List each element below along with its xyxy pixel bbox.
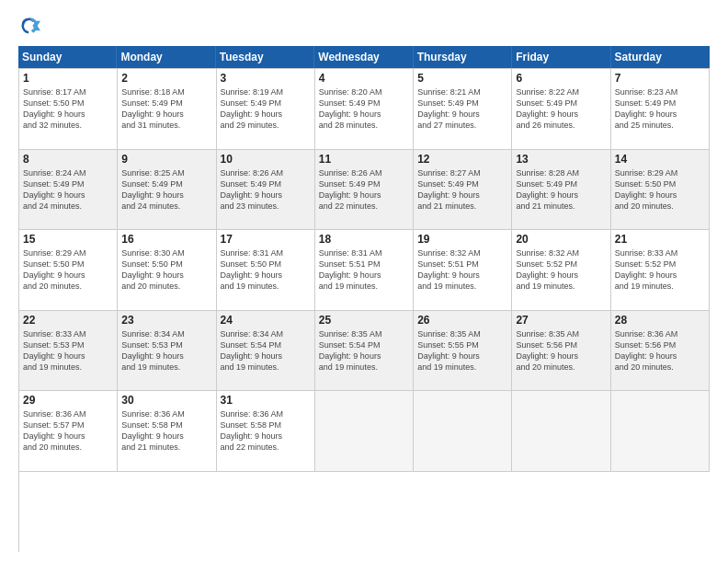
day-info: Sunrise: 8:36 AM Sunset: 5:57 PM Dayligh…	[23, 408, 113, 454]
day-info: Sunrise: 8:30 AM Sunset: 5:50 PM Dayligh…	[121, 247, 211, 293]
day-info: Sunrise: 8:26 AM Sunset: 5:49 PM Dayligh…	[221, 167, 311, 213]
day-cell-22: 22Sunrise: 8:33 AM Sunset: 5:53 PM Dayli…	[19, 311, 118, 392]
empty-cell-33	[512, 391, 610, 472]
calendar-header: SundayMondayTuesdayWednesdayThursdayFrid…	[18, 46, 710, 68]
header-cell-tuesday: Tuesday	[216, 46, 314, 68]
day-info: Sunrise: 8:21 AM Sunset: 5:49 PM Dayligh…	[417, 86, 507, 132]
day-number: 20	[516, 233, 606, 246]
day-cell-5: 5Sunrise: 8:21 AM Sunset: 5:49 PM Daylig…	[414, 69, 512, 150]
day-cell-14: 14Sunrise: 8:29 AM Sunset: 5:50 PM Dayli…	[611, 150, 710, 231]
day-number: 7	[615, 72, 705, 85]
calendar: SundayMondayTuesdayWednesdayThursdayFrid…	[18, 46, 710, 552]
day-number: 16	[121, 233, 211, 246]
day-info: Sunrise: 8:32 AM Sunset: 5:51 PM Dayligh…	[417, 247, 507, 293]
day-number: 21	[615, 233, 705, 246]
day-cell-20: 20Sunrise: 8:32 AM Sunset: 5:52 PM Dayli…	[512, 230, 610, 311]
day-info: Sunrise: 8:33 AM Sunset: 5:52 PM Dayligh…	[615, 247, 705, 293]
logo	[18, 15, 44, 37]
header-cell-wednesday: Wednesday	[314, 46, 413, 68]
day-info: Sunrise: 8:29 AM Sunset: 5:50 PM Dayligh…	[23, 247, 113, 293]
day-cell-19: 19Sunrise: 8:32 AM Sunset: 5:51 PM Dayli…	[414, 230, 512, 311]
day-info: Sunrise: 8:32 AM Sunset: 5:52 PM Dayligh…	[516, 247, 606, 293]
day-cell-30: 30Sunrise: 8:36 AM Sunset: 5:58 PM Dayli…	[118, 391, 216, 472]
day-number: 13	[516, 153, 606, 166]
day-cell-21: 21Sunrise: 8:33 AM Sunset: 5:52 PM Dayli…	[611, 230, 710, 311]
day-number: 12	[417, 153, 507, 166]
day-number: 26	[417, 314, 507, 327]
day-info: Sunrise: 8:20 AM Sunset: 5:49 PM Dayligh…	[319, 86, 409, 132]
day-number: 27	[516, 314, 606, 327]
day-number: 5	[417, 72, 507, 85]
day-cell-1: 1Sunrise: 8:17 AM Sunset: 5:50 PM Daylig…	[19, 69, 118, 150]
calendar-body: 1Sunrise: 8:17 AM Sunset: 5:50 PM Daylig…	[18, 68, 710, 552]
day-number: 24	[221, 314, 311, 327]
day-info: Sunrise: 8:23 AM Sunset: 5:49 PM Dayligh…	[615, 86, 705, 132]
day-info: Sunrise: 8:19 AM Sunset: 5:49 PM Dayligh…	[221, 86, 311, 132]
day-info: Sunrise: 8:24 AM Sunset: 5:49 PM Dayligh…	[23, 167, 113, 213]
day-number: 15	[23, 233, 113, 246]
empty-cell-32	[414, 391, 512, 472]
day-info: Sunrise: 8:35 AM Sunset: 5:54 PM Dayligh…	[319, 328, 409, 373]
day-number: 17	[221, 233, 311, 246]
day-cell-25: 25Sunrise: 8:35 AM Sunset: 5:54 PM Dayli…	[315, 311, 414, 392]
day-cell-7: 7Sunrise: 8:23 AM Sunset: 5:49 PM Daylig…	[611, 69, 710, 150]
day-cell-24: 24Sunrise: 8:34 AM Sunset: 5:54 PM Dayli…	[217, 311, 315, 392]
day-number: 2	[121, 72, 211, 85]
day-number: 29	[23, 394, 113, 407]
day-info: Sunrise: 8:31 AM Sunset: 5:51 PM Dayligh…	[319, 247, 409, 293]
day-number: 31	[221, 394, 311, 407]
day-cell-12: 12Sunrise: 8:27 AM Sunset: 5:49 PM Dayli…	[414, 150, 512, 231]
day-cell-28: 28Sunrise: 8:36 AM Sunset: 5:56 PM Dayli…	[611, 311, 710, 392]
day-cell-27: 27Sunrise: 8:35 AM Sunset: 5:56 PM Dayli…	[512, 311, 610, 392]
day-cell-31: 31Sunrise: 8:36 AM Sunset: 5:58 PM Dayli…	[217, 391, 315, 472]
day-cell-23: 23Sunrise: 8:34 AM Sunset: 5:53 PM Dayli…	[118, 311, 216, 392]
day-cell-10: 10Sunrise: 8:26 AM Sunset: 5:49 PM Dayli…	[217, 150, 315, 231]
day-number: 28	[615, 314, 705, 327]
day-info: Sunrise: 8:22 AM Sunset: 5:49 PM Dayligh…	[516, 86, 606, 132]
day-number: 22	[23, 314, 113, 327]
day-info: Sunrise: 8:34 AM Sunset: 5:54 PM Dayligh…	[221, 328, 311, 373]
day-cell-6: 6Sunrise: 8:22 AM Sunset: 5:49 PM Daylig…	[512, 69, 610, 150]
header	[18, 15, 710, 37]
day-cell-3: 3Sunrise: 8:19 AM Sunset: 5:49 PM Daylig…	[217, 69, 315, 150]
day-cell-11: 11Sunrise: 8:26 AM Sunset: 5:49 PM Dayli…	[315, 150, 414, 231]
day-number: 3	[221, 72, 311, 85]
day-cell-2: 2Sunrise: 8:18 AM Sunset: 5:49 PM Daylig…	[118, 69, 216, 150]
day-info: Sunrise: 8:35 AM Sunset: 5:56 PM Dayligh…	[516, 328, 606, 373]
day-cell-8: 8Sunrise: 8:24 AM Sunset: 5:49 PM Daylig…	[19, 150, 118, 231]
header-cell-saturday: Saturday	[611, 46, 710, 68]
day-cell-13: 13Sunrise: 8:28 AM Sunset: 5:49 PM Dayli…	[512, 150, 610, 231]
day-number: 8	[23, 153, 113, 166]
header-cell-sunday: Sunday	[18, 46, 117, 68]
day-info: Sunrise: 8:28 AM Sunset: 5:49 PM Dayligh…	[516, 167, 606, 213]
day-number: 18	[319, 233, 409, 246]
day-number: 10	[221, 153, 311, 166]
day-info: Sunrise: 8:36 AM Sunset: 5:56 PM Dayligh…	[615, 328, 705, 373]
day-cell-15: 15Sunrise: 8:29 AM Sunset: 5:50 PM Dayli…	[19, 230, 118, 311]
day-number: 30	[121, 394, 211, 407]
day-cell-4: 4Sunrise: 8:20 AM Sunset: 5:49 PM Daylig…	[315, 69, 414, 150]
day-cell-26: 26Sunrise: 8:35 AM Sunset: 5:55 PM Dayli…	[414, 311, 512, 392]
day-number: 9	[121, 153, 211, 166]
day-info: Sunrise: 8:26 AM Sunset: 5:49 PM Dayligh…	[319, 167, 409, 213]
logo-icon	[18, 15, 40, 37]
day-info: Sunrise: 8:17 AM Sunset: 5:50 PM Dayligh…	[23, 86, 113, 132]
day-info: Sunrise: 8:36 AM Sunset: 5:58 PM Dayligh…	[121, 408, 211, 454]
empty-cell-31	[315, 391, 414, 472]
day-info: Sunrise: 8:34 AM Sunset: 5:53 PM Dayligh…	[121, 328, 211, 373]
day-number: 23	[121, 314, 211, 327]
header-cell-monday: Monday	[117, 46, 215, 68]
day-cell-18: 18Sunrise: 8:31 AM Sunset: 5:51 PM Dayli…	[315, 230, 414, 311]
day-number: 19	[417, 233, 507, 246]
day-number: 14	[615, 153, 705, 166]
day-cell-16: 16Sunrise: 8:30 AM Sunset: 5:50 PM Dayli…	[118, 230, 216, 311]
day-info: Sunrise: 8:25 AM Sunset: 5:49 PM Dayligh…	[121, 167, 211, 213]
empty-cell-34	[611, 391, 710, 472]
day-number: 1	[23, 72, 113, 85]
day-number: 11	[319, 153, 409, 166]
day-cell-29: 29Sunrise: 8:36 AM Sunset: 5:57 PM Dayli…	[19, 391, 118, 472]
day-number: 6	[516, 72, 606, 85]
day-info: Sunrise: 8:31 AM Sunset: 5:50 PM Dayligh…	[221, 247, 311, 293]
day-number: 25	[319, 314, 409, 327]
header-cell-friday: Friday	[512, 46, 610, 68]
